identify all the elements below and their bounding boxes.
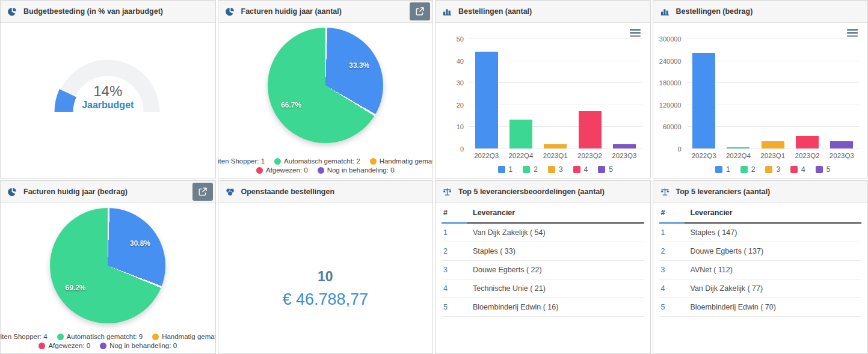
panel-top-suppliers: Top 5 leveranciers (aantal) #Leverancier…	[653, 180, 868, 354]
table-row: 4Technische Unie ( 21)	[442, 279, 644, 298]
open-orders-body: 10 € 46.788,77	[218, 203, 433, 353]
x-axis-label: 2023Q2	[577, 152, 602, 162]
table-row: 3AVNet ( 112)	[659, 261, 862, 279]
legend-line: Afgewezen: 0Nog in behandeling: 0	[218, 166, 433, 174]
chart-menu-button[interactable]	[847, 29, 858, 37]
table-row: 3Douwe Egberts ( 22)	[442, 261, 644, 279]
x-axis: 2022Q32022Q42023Q12023Q22023Q3	[687, 152, 860, 162]
legend-item: Afgewezen: 0	[38, 342, 90, 349]
gridline: 0	[687, 148, 860, 149]
open-orders-amount: € 46.788,77	[282, 290, 368, 309]
bar	[579, 111, 602, 148]
legend: 12345	[469, 165, 642, 174]
x-slot: 2023Q3	[825, 152, 859, 162]
panel-title: Openstaande bestellingen	[241, 188, 335, 196]
panel-top-ratings-header: Top 5 leveranciersbeoordelingen (aantal)	[436, 181, 650, 203]
rank-cell: 4	[659, 284, 685, 293]
legend: 12345	[687, 165, 860, 174]
legend-dot	[274, 158, 281, 165]
top-suppliers-body: #Leverancier1Staples ( 147)2Douwe Egbert…	[653, 203, 868, 353]
legend-dot	[38, 343, 45, 349]
legend-swatch	[598, 166, 605, 173]
x-slot: 2023Q2	[790, 152, 824, 162]
open-orders-count: 10	[318, 269, 333, 285]
panel-title: Top 5 leveranciers (aantal)	[676, 188, 771, 196]
legend-dot	[57, 334, 64, 340]
plot-area: 50403020100	[469, 38, 642, 148]
bar-chart-area: 3000002400001800001200006000002022Q32022…	[653, 23, 868, 178]
legend-item: 1	[498, 165, 513, 174]
legend-item: 5	[598, 165, 613, 174]
legend-item: 4	[573, 165, 588, 174]
bar-slot	[790, 38, 824, 148]
table-header-row: #Leverancier	[442, 203, 644, 224]
legend-item: 3	[548, 165, 563, 174]
open-orders-stat: 10 € 46.788,77	[218, 203, 433, 353]
external-link-icon	[198, 187, 208, 197]
panel-orders-amount-header: Bestellingen (bedrag)	[653, 1, 868, 23]
legend-dot	[370, 158, 377, 165]
bar	[692, 53, 715, 148]
money-coins-icon	[226, 188, 235, 197]
balance-scale-icon	[443, 188, 452, 197]
legend-label: Handmatig gematcht: 0	[380, 157, 432, 165]
bar-slot	[825, 38, 859, 148]
supplier-cell: Van Dijk Zakelijk ( 77)	[685, 284, 862, 293]
open-external-button[interactable]	[192, 183, 213, 201]
open-external-button[interactable]	[410, 2, 430, 20]
y-tick-label: 10	[457, 123, 464, 130]
column-header-supplier: Leverancier	[685, 203, 862, 224]
y-tick-label: 60000	[663, 123, 682, 130]
panel-orders-amount: Bestellingen (bedrag) 300000240000180000…	[653, 0, 868, 179]
x-slot: 2023Q1	[756, 152, 790, 162]
y-tick-label: 240000	[659, 58, 682, 65]
panel-open-orders: Openstaande bestellingen 10 € 46.788,77	[218, 180, 434, 354]
column-header-supplier: Leverancier	[467, 203, 644, 224]
x-slot: 2023Q3	[607, 152, 641, 162]
pie-slice-label: 69.2%	[66, 284, 86, 292]
panel-invoices-count: Facturen huidig jaar (aantal) 33.3%66.7%…	[218, 0, 434, 179]
bar-chart-icon	[443, 7, 452, 16]
legend-label: 5	[826, 165, 831, 174]
panel-title: Top 5 leveranciersbeoordelingen (aantal)	[458, 188, 605, 196]
legend-swatch	[740, 166, 748, 173]
panel-title: Facturen huidig jaar (aantal)	[241, 7, 342, 16]
y-tick-label: 300000	[659, 35, 682, 43]
supplier-cell: Van Dijk Zakelijk ( 54)	[467, 228, 644, 237]
legend-item: 2	[740, 165, 756, 174]
legend-dot	[100, 343, 106, 349]
pie-slice-label: 66.7%	[281, 101, 301, 109]
x-axis-label: 2023Q1	[543, 152, 568, 162]
column-header-rank: #	[659, 203, 685, 224]
y-tick-label: 50	[457, 35, 464, 43]
pie-chart-icon	[226, 7, 235, 16]
legend-label: Buiten Shopper: 1	[218, 157, 265, 165]
panel-invoices-count-header: Facturen huidig jaar (aantal)	[218, 1, 433, 23]
top-ratings-body: #Leverancier1Van Dijk Zakelijk ( 54)2Sta…	[436, 203, 650, 353]
gridline: 0	[469, 148, 642, 149]
legend-swatch	[715, 166, 722, 173]
supplier-cell: Bloembinderij Edwin ( 70)	[685, 303, 862, 311]
y-tick-label: 30	[457, 79, 464, 87]
y-tick-label: 180000	[659, 79, 682, 87]
budget-gauge-body: 14% Jaarbudget	[1, 23, 215, 178]
panel-invoices-amount-header: Facturen huidig jaar (bedrag)	[1, 181, 215, 203]
supplier-cell: Douwe Egberts ( 137)	[685, 247, 862, 255]
legend-label: Handmatig gematcht: 0	[162, 333, 215, 340]
panel-budget: Budgetbesteding (in % van jaarbudget) 14…	[0, 0, 216, 179]
x-axis-label: 2022Q4	[508, 152, 533, 162]
pie-chart-icon	[8, 7, 17, 16]
table-row: 1Staples ( 147)	[659, 224, 862, 242]
legend-item: Automatisch gematcht: 9	[57, 333, 143, 340]
x-slot: 2023Q1	[538, 152, 573, 162]
panel-orders-count-header: Bestellingen (aantal)	[436, 1, 650, 23]
bar	[613, 144, 636, 148]
bar-slot	[721, 38, 756, 148]
gauge-value-label: 14%	[93, 83, 122, 100]
bar-chart-icon	[660, 7, 669, 16]
balance-scale-icon	[660, 188, 669, 197]
chart-menu-button[interactable]	[630, 29, 641, 37]
bar-slot	[607, 38, 641, 148]
legend-swatch	[765, 166, 772, 173]
supplier-cell: AVNet ( 112)	[685, 266, 862, 274]
